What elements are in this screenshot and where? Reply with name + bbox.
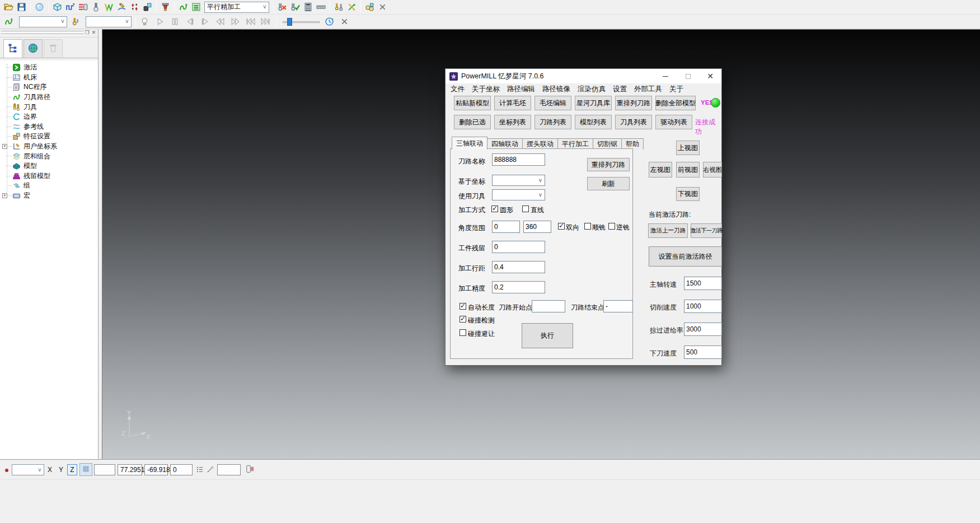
dialog-action-button[interactable]: 刀路列表 bbox=[534, 115, 571, 129]
tree-item[interactable]: 特征设置 bbox=[12, 132, 98, 142]
status-combobox[interactable]: ˅ bbox=[12, 464, 44, 475]
menu-item[interactable]: 设置 bbox=[613, 85, 627, 94]
line-checkbox[interactable] bbox=[522, 206, 529, 212]
status-field-empty-1[interactable] bbox=[94, 464, 115, 475]
dialog-action-button[interactable]: 删除已选 bbox=[454, 115, 491, 129]
param-input[interactable]: 1000 bbox=[684, 300, 722, 313]
dialog-tab[interactable]: 切割锯 bbox=[593, 138, 622, 150]
menu-item[interactable]: 路径镜像 bbox=[542, 85, 570, 94]
dialog-action-button[interactable]: 计算毛坯 bbox=[494, 96, 531, 110]
fast-forward-icon[interactable] bbox=[229, 16, 242, 28]
feature-set-icon[interactable] bbox=[141, 1, 154, 13]
swap-arrows-icon[interactable] bbox=[345, 1, 358, 13]
dialog-action-button[interactable]: 粘贴新模型 bbox=[454, 96, 491, 110]
toolpath-spring-icon[interactable] bbox=[2, 16, 15, 28]
open-project-icon[interactable] bbox=[2, 1, 15, 13]
param-input[interactable]: 3000 bbox=[684, 323, 722, 336]
execute-button[interactable]: 执行 bbox=[522, 323, 573, 348]
dialog-action-button[interactable]: 坐标列表 bbox=[494, 115, 531, 129]
stock-input[interactable] bbox=[492, 241, 545, 253]
tree-item[interactable]: NC程序 bbox=[12, 82, 98, 92]
tree-item[interactable]: 边界 bbox=[12, 112, 98, 122]
dialog-action-button[interactable]: 驱动列表 bbox=[655, 115, 692, 129]
tree-item[interactable]: 激活 bbox=[12, 63, 98, 73]
sim-clock-icon[interactable] bbox=[323, 16, 336, 28]
stepover-input[interactable] bbox=[492, 261, 545, 273]
float-window-icon[interactable]: ❐ bbox=[84, 30, 90, 35]
close-icon[interactable]: ✕ bbox=[91, 30, 97, 35]
save-project-icon[interactable] bbox=[15, 1, 28, 13]
tree-item[interactable]: 残留模型 bbox=[12, 171, 98, 181]
angle-from-input[interactable] bbox=[492, 221, 520, 233]
micrometer-icon[interactable] bbox=[315, 1, 327, 13]
dialog-action-button[interactable]: 重排列刀路 bbox=[615, 96, 652, 110]
coordinate-z-field[interactable]: 0 bbox=[170, 464, 193, 475]
menu-item[interactable]: 外部工具 bbox=[634, 85, 662, 94]
tab-explorer-tree[interactable] bbox=[3, 39, 22, 58]
boundary-create-icon[interactable] bbox=[102, 1, 115, 13]
menu-item[interactable]: 渲染仿真 bbox=[578, 85, 606, 94]
tree-item[interactable]: 机床 bbox=[12, 73, 98, 83]
tree-item[interactable]: 刀具路径 bbox=[12, 92, 98, 102]
view-right-button[interactable]: 右视图 bbox=[703, 162, 722, 178]
climb-checkbox[interactable] bbox=[584, 223, 591, 230]
tool-holder-icon[interactable] bbox=[159, 1, 172, 13]
rearrange-button[interactable]: 重排列刀路 bbox=[587, 158, 630, 171]
param-input[interactable]: 500 bbox=[684, 345, 722, 359]
dialog-tab[interactable]: 三轴联动 bbox=[452, 137, 487, 150]
dialog-tab[interactable]: 平行加工 bbox=[557, 138, 593, 150]
tool-small-icon[interactable] bbox=[69, 16, 82, 28]
conventional-checkbox[interactable] bbox=[608, 223, 615, 230]
angle-to-input[interactable] bbox=[523, 221, 551, 233]
toolpath-spring-icon[interactable] bbox=[177, 1, 190, 13]
tree-item[interactable]: 组 bbox=[12, 181, 98, 191]
toolpath-create-icon[interactable] bbox=[64, 1, 77, 13]
dialog-tab[interactable]: 四轴联动 bbox=[487, 138, 523, 150]
toolpath-delete-icon[interactable] bbox=[276, 1, 289, 13]
tool-create-icon[interactable] bbox=[90, 1, 102, 13]
end-point-input[interactable] bbox=[603, 300, 633, 312]
set-active-path-button[interactable]: 设置当前激活路径 bbox=[649, 246, 722, 267]
refresh-button[interactable]: 刷新 bbox=[587, 177, 630, 190]
tool-combobox[interactable]: ˅ bbox=[492, 189, 545, 200]
tree-item[interactable]: 层和组合 bbox=[12, 151, 98, 161]
axis-x-button[interactable]: X bbox=[45, 464, 55, 475]
bidirectional-checkbox[interactable] bbox=[558, 223, 565, 230]
status-field-empty-2[interactable] bbox=[217, 464, 241, 475]
toolbar-combobox[interactable]: ˅ bbox=[86, 16, 132, 27]
pause-device-icon[interactable] bbox=[245, 465, 254, 476]
skip-start-icon[interactable] bbox=[244, 16, 257, 28]
view-left-button[interactable]: 左视图 bbox=[649, 162, 672, 178]
tab-web[interactable] bbox=[24, 39, 43, 58]
maximize-button[interactable] bbox=[677, 69, 699, 83]
grid-toggle-button[interactable] bbox=[79, 463, 92, 476]
feature-points-icon[interactable] bbox=[128, 1, 141, 13]
collision-avoid-checkbox[interactable] bbox=[459, 329, 466, 336]
minimize-button[interactable] bbox=[654, 69, 677, 83]
search-model-icon[interactable] bbox=[363, 1, 376, 13]
measure-pointer-icon[interactable] bbox=[206, 465, 214, 477]
dialog-action-button[interactable]: 毛坯编辑 bbox=[534, 96, 571, 110]
dialog-tab[interactable]: 帮助 bbox=[621, 138, 644, 150]
dialog-action-button[interactable]: 刀具列表 bbox=[615, 115, 652, 129]
shaded-sphere-icon[interactable] bbox=[33, 1, 46, 13]
view-front-button[interactable]: 前视图 bbox=[676, 162, 700, 178]
axis-z-button[interactable]: Z bbox=[67, 464, 77, 475]
play-icon[interactable] bbox=[153, 16, 166, 28]
light-bulb-icon[interactable] bbox=[138, 16, 151, 28]
menu-item[interactable]: 路径编辑 bbox=[507, 85, 535, 94]
param-input[interactable]: 1500 bbox=[684, 277, 722, 290]
rewind-icon[interactable] bbox=[214, 16, 227, 28]
tree-item[interactable]: 刀具 bbox=[12, 102, 98, 112]
slider-handle[interactable] bbox=[287, 18, 292, 26]
toolpath-name-input[interactable] bbox=[492, 153, 545, 166]
view-top-button[interactable]: 上视图 bbox=[676, 141, 700, 155]
list-icon[interactable] bbox=[196, 465, 204, 477]
axis-y-button[interactable]: Y bbox=[56, 464, 66, 475]
toolpath-verify-icon[interactable] bbox=[289, 1, 302, 13]
toolpath-list-icon[interactable] bbox=[190, 1, 203, 13]
pause-icon[interactable] bbox=[168, 16, 181, 28]
tool-pair-icon[interactable] bbox=[332, 1, 345, 13]
step-forward-icon[interactable] bbox=[199, 16, 212, 28]
coord-combobox[interactable]: ˅ bbox=[492, 175, 545, 186]
